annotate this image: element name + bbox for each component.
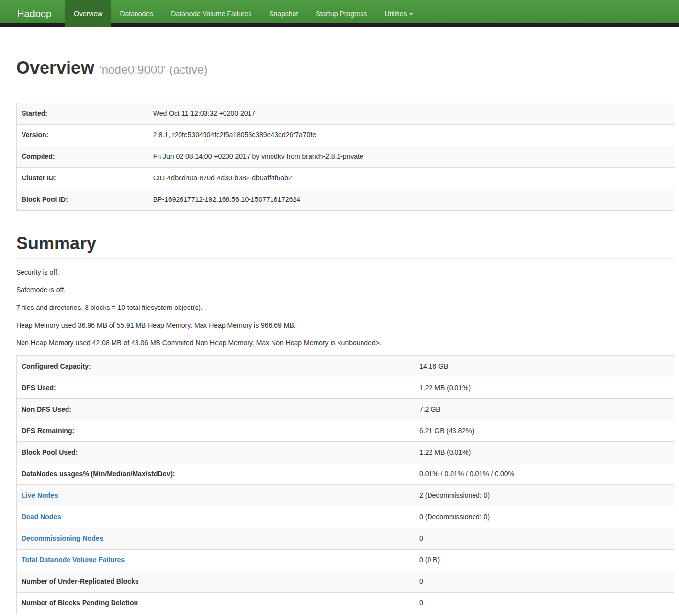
row-value: 7.2 GB [414, 399, 674, 420]
table-row: Total Datanode Volume Failures0 (0 B) [17, 550, 674, 571]
summary-paragraph: Safemode is off. [16, 285, 674, 295]
row-label-dfs-used: DFS Used: [17, 377, 414, 399]
row-value: 2 (Decommissioned: 0) [414, 485, 674, 506]
nav-item-datanodes: Datanodes [111, 0, 162, 23]
row-label-started: Started: [17, 103, 148, 125]
nav-link-datanode-volume-failures[interactable]: Datanode Volume Failures [162, 0, 260, 27]
row-value: 0 [414, 528, 674, 550]
table-row: Compiled:Fri Jun 02 08:14:00 +0200 2017 … [17, 146, 674, 168]
summary-header: Summary [16, 233, 674, 259]
row-value: Wed Oct 11 12:03:32 +0200 2017 [148, 103, 674, 125]
row-label-decommissioning-nodes: Decommissioning Nodes [17, 528, 414, 550]
nav-item-overview: Overview [65, 0, 111, 23]
row-value: Fri Jun 02 08:14:00 +0200 2017 by vinodk… [148, 146, 674, 168]
namenode-address-subtitle: 'node0:9000' (active) [99, 63, 207, 76]
table-row: Version:2.8.1, r20fe5304904fc2f5a18053c3… [17, 125, 674, 146]
nav-link-overview[interactable]: Overview [65, 0, 111, 27]
summary-title: Summary [16, 233, 96, 254]
nav-item-snapshot: Snapshot [260, 0, 307, 23]
summary-paragraph: Security is off. [16, 267, 674, 277]
row-label-block-pool-id: Block Pool ID: [17, 189, 148, 211]
summary-table-body: Configured Capacity:14.16 GBDFS Used:1.2… [17, 356, 674, 614]
page-title: Overview [16, 58, 94, 78]
overview-table: Started:Wed Oct 11 12:03:32 +0200 2017Ve… [16, 103, 674, 211]
row-value: BP-1692617712-192.168.56.10-150771617262… [148, 189, 674, 211]
row-label-non-dfs-used: Non DFS Used: [17, 399, 414, 420]
overview-table-body: Started:Wed Oct 11 12:03:32 +0200 2017Ve… [17, 103, 674, 211]
nav-link-startup-progress[interactable]: Startup Progress [307, 0, 376, 27]
table-row: DFS Used:1.22 MB (0.01%) [17, 377, 674, 399]
row-label-live-nodes: Live Nodes [17, 485, 414, 506]
row-label-number-of-under-replicated-blocks: Number of Under-Replicated Blocks [17, 571, 414, 593]
table-row: DataNodes usages% (Min/Median/Max/stdDev… [17, 463, 674, 485]
row-value: 0 (Decommissioned: 0) [414, 506, 674, 528]
nav-item-utilities: Utilities [376, 0, 422, 23]
row-value: CID-4dbcd40a-870d-4d30-b382-db0aff4f6ab2 [148, 168, 674, 189]
chevron-down-icon [409, 13, 413, 15]
navbar-menu: OverviewDatanodesDatanode Volume Failure… [65, 0, 422, 23]
nav-item-datanode-volume-failures: Datanode Volume Failures [162, 0, 260, 23]
decommissioning-nodes-link[interactable]: Decommissioning Nodes [22, 534, 103, 542]
table-row: Non DFS Used:7.2 GB [17, 399, 674, 420]
row-value: 2.8.1, r20fe5304904fc2f5a18053c389e43cd2… [148, 125, 674, 146]
nav-link-utilities[interactable]: Utilities [376, 0, 422, 27]
dead-nodes-link[interactable]: Dead Nodes [22, 513, 61, 521]
row-value: 0.01% / 0.01% / 0.01% / 0.00% [414, 463, 674, 485]
summary-paragraphs: Security is off.Safemode is off.7 files … [16, 267, 674, 348]
total-datanode-volume-failures-link[interactable]: Total Datanode Volume Failures [22, 556, 125, 564]
overview-section: Overview'node0:9000' (active) Started:We… [16, 58, 674, 211]
table-row: Block Pool ID:BP-1692617712-192.168.56.1… [17, 189, 674, 211]
row-label-dfs-remaining: DFS Remaining: [17, 420, 414, 442]
table-row: Started:Wed Oct 11 12:03:32 +0200 2017 [17, 103, 674, 125]
table-row: Live Nodes2 (Decommissioned: 0) [17, 485, 674, 506]
row-value: 0 [414, 593, 674, 614]
row-label-dead-nodes: Dead Nodes [17, 506, 414, 528]
table-row: Number of Blocks Pending Deletion0 [17, 593, 674, 614]
row-value: 1.22 MB (0.01%) [414, 377, 674, 399]
navbar: Hadoop OverviewDatanodesDatanode Volume … [0, 0, 679, 27]
summary-paragraph: 7 files and directories, 3 blocks = 10 t… [16, 303, 674, 312]
overview-header: Overview'node0:9000' (active) [16, 58, 674, 83]
table-row: Cluster ID:CID-4dbcd40a-870d-4d30-b382-d… [17, 168, 674, 189]
summary-paragraph: Non Heap Memory used 42.08 MB of 43.06 M… [16, 338, 674, 348]
page-container: Overview'node0:9000' (active) Started:We… [16, 58, 674, 614]
row-label-cluster-id: Cluster ID: [17, 168, 148, 189]
table-row: Decommissioning Nodes0 [17, 528, 674, 550]
summary-section: Summary Security is off.Safemode is off.… [16, 233, 674, 614]
row-value: 0 [414, 571, 674, 593]
live-nodes-link[interactable]: Live Nodes [22, 491, 58, 499]
row-value: 14.16 GB [414, 356, 674, 377]
row-value: 1.22 MB (0.01%) [414, 442, 674, 463]
row-label-datanodes-usages-min-median-max-stddev: DataNodes usages% (Min/Median/Max/stdDev… [17, 463, 414, 485]
row-label-version: Version: [17, 125, 148, 146]
row-label-compiled: Compiled: [17, 146, 148, 168]
navbar-brand[interactable]: Hadoop [0, 0, 65, 23]
nav-item-startup-progress: Startup Progress [307, 0, 376, 23]
nav-link-datanodes[interactable]: Datanodes [111, 0, 162, 27]
row-label-number-of-blocks-pending-deletion: Number of Blocks Pending Deletion [17, 593, 414, 614]
table-row: Dead Nodes0 (Decommissioned: 0) [17, 506, 674, 528]
row-label-configured-capacity: Configured Capacity: [17, 356, 414, 377]
table-row: Number of Under-Replicated Blocks0 [17, 571, 674, 593]
row-value: 6.21 GB (43.82%) [414, 420, 674, 442]
nav-link-snapshot[interactable]: Snapshot [260, 0, 307, 27]
table-row: Block Pool Used:1.22 MB (0.01%) [17, 442, 674, 463]
row-value: 0 (0 B) [414, 550, 674, 571]
summary-paragraph: Heap Memory used 36.96 MB of 55.91 MB He… [16, 320, 674, 330]
table-row: DFS Remaining:6.21 GB (43.82%) [17, 420, 674, 442]
row-label-total-datanode-volume-failures: Total Datanode Volume Failures [17, 550, 414, 571]
row-label-block-pool-used: Block Pool Used: [17, 442, 414, 463]
table-row: Configured Capacity:14.16 GB [17, 356, 674, 377]
summary-table: Configured Capacity:14.16 GBDFS Used:1.2… [16, 355, 674, 614]
